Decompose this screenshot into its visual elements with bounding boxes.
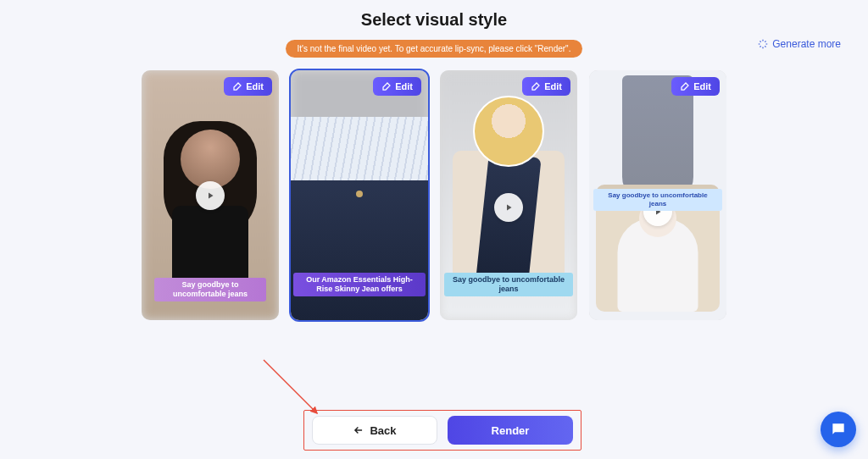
- edit-button[interactable]: Edit: [224, 77, 272, 96]
- play-icon: [205, 191, 215, 201]
- edit-button[interactable]: Edit: [671, 77, 720, 96]
- caption: Say goodbye to uncomfortable jeans: [154, 278, 266, 302]
- chat-icon: [830, 421, 847, 438]
- play-button[interactable]: [196, 181, 225, 210]
- play-icon: [504, 202, 514, 213]
- edit-icon: [531, 81, 541, 91]
- page-title: Select visual style: [0, 0, 868, 30]
- footer-actions: Back Render: [303, 410, 581, 451]
- render-label: Render: [492, 424, 530, 437]
- render-button[interactable]: Render: [448, 416, 573, 445]
- arrow-left-icon: [353, 424, 364, 436]
- style-card[interactable]: Edit Say goodbye to uncomfortable jeans: [440, 70, 577, 320]
- back-button[interactable]: Back: [312, 416, 437, 445]
- edit-button[interactable]: Edit: [522, 77, 570, 96]
- edit-label: Edit: [693, 81, 711, 91]
- caption: Say goodbye to uncomfortable jeans: [593, 189, 722, 211]
- edit-button[interactable]: Edit: [373, 77, 421, 96]
- edit-label: Edit: [246, 81, 264, 91]
- play-button[interactable]: [494, 193, 523, 222]
- notice-banner: It's not the final video yet. To get acc…: [286, 40, 583, 58]
- svg-line-0: [264, 360, 317, 413]
- edit-icon: [680, 81, 690, 91]
- edit-icon: [381, 81, 392, 91]
- back-label: Back: [370, 424, 396, 437]
- caption: Our Amazon Essentials High-Rise Skinny J…: [293, 273, 426, 297]
- generate-more-label: Generate more: [772, 38, 841, 50]
- style-card[interactable]: Edit Say goodbye to uncomfortable jeans: [589, 70, 726, 320]
- generate-more-button[interactable]: Generate more: [757, 38, 841, 50]
- sparkle-icon: [757, 38, 769, 50]
- style-cards: Edit Say goodbye to uncomfortable jeans …: [0, 70, 868, 320]
- caption: Say goodbye to uncomfortable jeans: [444, 273, 573, 297]
- edit-label: Edit: [395, 81, 413, 91]
- style-card[interactable]: Edit Our Amazon Essentials High-Rise Ski…: [291, 70, 428, 320]
- edit-icon: [232, 81, 242, 91]
- notice-row: It's not the final video yet. To get acc…: [0, 38, 868, 58]
- style-card[interactable]: Edit Say goodbye to uncomfortable jeans: [142, 70, 279, 320]
- edit-label: Edit: [544, 81, 562, 91]
- chat-launcher[interactable]: [821, 412, 856, 447]
